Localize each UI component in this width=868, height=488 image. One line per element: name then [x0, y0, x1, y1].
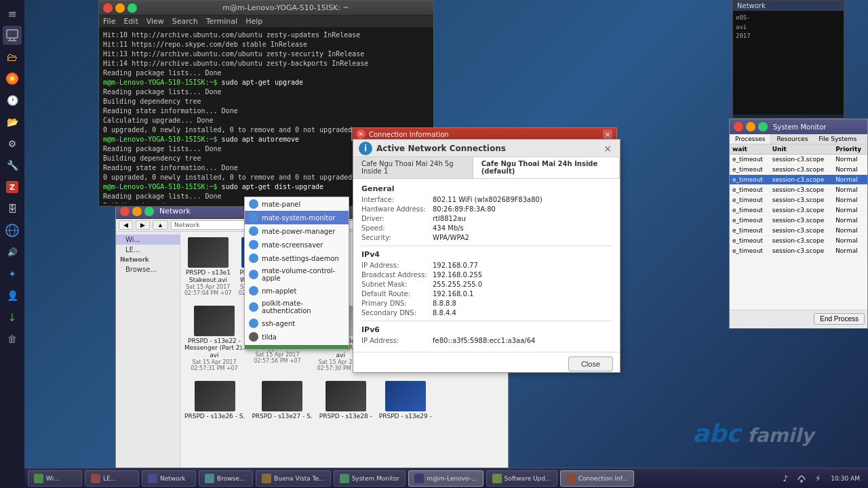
app-popup-item-polkit[interactable]: polkit-mate-authentication [245, 298, 349, 317]
sysmon-table-container[interactable]: wait Unit Priority e_timeout session-c3.… [730, 144, 867, 310]
taskbar-app-sysmon[interactable]: System Monitor [334, 470, 406, 487]
app-popup-item-mate-screensaver[interactable]: mate-screensaver [245, 238, 349, 251]
table-row[interactable]: e_timeout session-c3.scope Normal [730, 226, 867, 236]
taskbar-app-software[interactable]: Software Upd... [486, 470, 557, 487]
arrow-icon[interactable]: ↓ [3, 308, 22, 327]
taskbar-app-terminal[interactable]: m@m-Lenovo-... [408, 470, 483, 487]
list-item[interactable]: PRSPD - s13e22 -Messenger (Part 2).avi S… [183, 303, 245, 374]
col-priority[interactable]: Priority [833, 144, 867, 155]
table-row[interactable]: e_timeout session-c3.scope Normal [730, 246, 867, 256]
taskbar-app-label-software: Software Upd... [505, 475, 551, 482]
app-popup-item-tilda[interactable]: tilda [245, 330, 349, 344]
terminal-close-btn[interactable] [103, 3, 113, 13]
fm-up-btn[interactable]: ▲ [153, 220, 168, 230]
app-menu-icon[interactable]: ≡ [3, 4, 22, 23]
conn-close-button[interactable]: Close [568, 357, 613, 371]
cell-unit: session-c3.scope [770, 205, 833, 216]
cell-unit: session-c3.scope [770, 246, 833, 256]
col-wait[interactable]: wait [730, 144, 770, 155]
taskbar-app-le[interactable]: LE... [85, 470, 139, 487]
terminal-menu-edit[interactable]: Edit [123, 17, 138, 26]
list-item[interactable]: PRSPD - s13e27 - S. [250, 378, 313, 423]
network-line: avi [736, 23, 841, 33]
user-icon[interactable]: 👤 [3, 286, 22, 305]
fm-close-btn[interactable] [120, 207, 130, 216]
terminal-menu-file[interactable]: File [103, 17, 115, 26]
taskbar-app-buena[interactable]: Buena Vista Te... [256, 470, 331, 487]
table-row[interactable]: e_timeout session-c3.scope Normal [730, 216, 867, 226]
app-popup-item-nm-applet[interactable]: nm-applet [245, 284, 349, 298]
app-popup-item-mate-volume[interactable]: mate-volume-control-apple [245, 265, 349, 284]
fm-back-btn[interactable]: ◀ [119, 220, 133, 230]
conn-info-outer-close[interactable]: × [603, 129, 612, 139]
bluetooth-icon[interactable]: ✦ [3, 264, 22, 283]
config-icon[interactable]: ⚙ [3, 134, 22, 153]
time-icon[interactable]: 🕐 [3, 91, 22, 110]
table-row[interactable]: e_timeout session-c3.scope Normal [730, 195, 867, 205]
table-row[interactable]: e_timeout session-c3.scope Normal [730, 155, 867, 165]
terminal-menu-view[interactable]: View [146, 17, 164, 26]
taskbar-app-wi[interactable]: Wi... [28, 470, 82, 487]
app-popup-item-mate-panel[interactable]: mate-panel [245, 197, 349, 211]
folder2-icon[interactable]: 📂 [3, 113, 22, 131]
files-icon[interactable]: 🗁 [3, 47, 22, 66]
col-unit[interactable]: Unit [770, 144, 833, 155]
fm-sidebar-item-le[interactable]: LE... [116, 245, 180, 255]
active-conn-title: Active Network Connections [376, 144, 506, 153]
vol-icon[interactable]: 🔊 [3, 243, 22, 262]
network-tray-icon[interactable] [795, 472, 808, 485]
taskbar-app-network[interactable]: Network [142, 470, 196, 487]
end-process-button[interactable]: End Process [814, 313, 865, 325]
conn-tab-1[interactable]: Cafe Ngu Thoai Mai 24h 5g Inside 1 [353, 157, 473, 178]
filemanager2-icon[interactable]: 🗄 [3, 199, 22, 218]
app-popup-item-mate-power[interactable]: mate-power-manager [245, 224, 349, 238]
list-item[interactable]: PRSPD - s13e29 - [378, 378, 433, 423]
fm-sidebar-item-wi[interactable]: Wi... [116, 235, 180, 245]
sysmon-tab-processes[interactable]: Processes [730, 134, 771, 144]
trash-icon[interactable]: 🗑 [3, 329, 22, 348]
table-row[interactable]: e_timeout session-c3.scope Normal [730, 236, 867, 246]
file-name: PRSPD - s13e27 - S. [252, 413, 312, 420]
app-popup-item-mate-settings[interactable]: mate-settings-daemon [245, 251, 349, 265]
network2-icon[interactable] [3, 221, 22, 240]
fm-sidebar-item-browse[interactable]: Browse... [116, 264, 180, 274]
abc-family-watermark: abc family [692, 420, 814, 447]
list-item[interactable]: PRSPD - s13e28 - [318, 378, 374, 423]
settings2-icon[interactable]: 🔧 [3, 156, 22, 175]
app-icon-dot [249, 270, 258, 279]
taskbar-app-browse[interactable]: Browse... [199, 470, 253, 487]
sysmon-close-btn[interactable] [734, 122, 743, 131]
list-item[interactable]: PRSPD - s13e1Stakeout.avi Sat 15 Apr 201… [183, 235, 233, 299]
terminal-menu-help[interactable]: Help [245, 17, 262, 26]
fm-forward-btn[interactable]: ▶ [136, 220, 150, 230]
taskbar-app-conn-info[interactable]: Connection Inf... [560, 470, 634, 487]
terminal-menu-terminal[interactable]: Terminal [206, 17, 238, 26]
table-row[interactable]: e_timeout session-c3.scope Normal [730, 185, 867, 195]
volume-tray-icon[interactable]: ♪ [779, 472, 791, 485]
sysmon-maximize-btn[interactable] [758, 122, 768, 131]
fm-minimize-btn[interactable] [132, 207, 142, 216]
list-item[interactable]: PRSPD - s13e26 - S. [183, 378, 246, 423]
table-row[interactable]: e_timeout session-c3.scope Normal [730, 165, 867, 175]
active-conn-close-btn[interactable]: × [601, 143, 614, 154]
app-popup-item-ssh-agent[interactable]: ssh-agent [245, 317, 349, 330]
conn-label: Broadcast Address: [361, 271, 433, 279]
terminal-minimize-btn[interactable] [115, 3, 125, 13]
terminal-menu-search[interactable]: Search [172, 17, 198, 26]
show-desktop-icon[interactable] [3, 26, 22, 45]
terminal-maximize-btn[interactable] [127, 3, 137, 13]
table-row[interactable]: e_timeout session-c3.scope Normal [730, 205, 867, 216]
sysmon-minimize-btn[interactable] [746, 122, 755, 131]
conn-tab-2[interactable]: Cafe Ngu Thoai Mai 24h Inside (default) [473, 157, 620, 178]
battery-tray-icon[interactable]: ⚡ [812, 472, 824, 485]
firefox-icon[interactable] [3, 69, 22, 88]
clock-tray-icon[interactable]: 10:30 AM [828, 472, 863, 485]
table-row-highlighted[interactable]: e_timeout session-c3.scope Normal [730, 175, 867, 185]
sysmon-tab-resources[interactable]: Resources [771, 134, 813, 144]
conn-label: Default Route: [361, 290, 433, 298]
app-popup-item-mate-system-monitor[interactable]: mate-system-monitor [245, 211, 349, 224]
fm-maximize-btn[interactable] [144, 207, 154, 216]
window-buttons [103, 3, 137, 13]
red-icon[interactable]: Z [3, 178, 22, 197]
sysmon-tab-fs[interactable]: File Systems [813, 134, 862, 144]
